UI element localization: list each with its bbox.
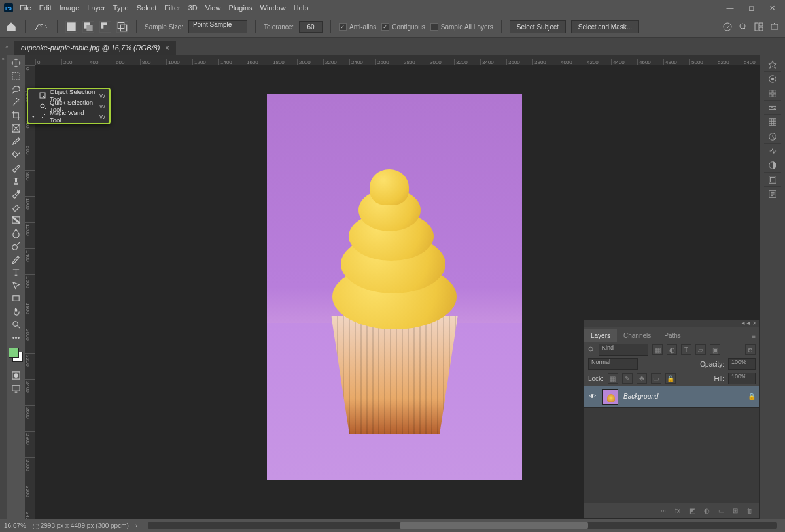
mode-new-icon[interactable] [65,21,77,33]
background-lock-icon[interactable]: 🔒 [748,393,756,400]
adjustments-panel-icon[interactable] [764,144,781,158]
mode-intersect-icon[interactable] [116,21,128,33]
menu-type[interactable]: Type [109,2,133,14]
menu-edit[interactable]: Edit [35,2,56,14]
tool-gradient[interactable] [8,213,24,226]
window-minimize[interactable]: — [721,2,739,14]
mode-add-icon[interactable] [82,21,94,33]
menu-plugins[interactable]: Plugins [224,2,256,14]
menu-filter[interactable]: Filter [160,2,184,14]
menu-layer[interactable]: Layer [83,2,109,14]
gradients-panel-icon[interactable] [764,101,781,115]
filter-type-icon[interactable]: T [681,344,691,355]
guide-panel-icon[interactable] [764,58,781,72]
tool-zoom[interactable] [8,318,24,331]
select-subject-button[interactable]: Select Subject [510,20,566,33]
tool-more[interactable] [8,331,24,344]
filter-pixel-icon[interactable]: ▦ [652,344,663,355]
tool-eyedropper[interactable] [8,135,24,148]
share-icon[interactable] [769,22,780,32]
lock-artboard-icon[interactable]: ▭ [651,373,661,384]
tool-crop[interactable] [8,108,24,122]
menu-file[interactable]: File [16,2,35,14]
tool-blur[interactable] [8,226,24,239]
mode-subtract-icon[interactable] [99,21,111,33]
contiguous-checkbox[interactable]: ✓Contiguous [381,23,425,31]
menu-image[interactable]: Image [56,2,84,14]
tool-history-brush[interactable] [8,187,24,200]
layer-footer-icon-5[interactable]: ⊞ [731,507,740,514]
panel-collapse-icon[interactable]: ◄◄ ✕ [741,320,757,327]
tool-type[interactable] [8,265,24,278]
menu-help[interactable]: Help [290,2,313,14]
home-icon[interactable] [5,21,17,33]
select-and-mask-button[interactable]: Select and Mask... [571,20,639,33]
toolbox-collapse-chevron-icon[interactable]: » [0,55,7,519]
panel-tab-paths[interactable]: Paths [657,329,688,342]
tool-lasso[interactable] [8,82,24,95]
tolerance-input[interactable] [299,21,323,33]
layer-name[interactable]: Background [623,393,742,400]
color-panel-icon[interactable] [764,72,781,86]
filter-shape-icon[interactable]: ▱ [695,344,706,355]
quickmask-icon[interactable] [8,369,24,382]
layer-footer-icon-1[interactable]: fx [673,507,682,514]
cloud-icon[interactable] [722,22,733,32]
swatches-panel-icon[interactable] [764,86,781,101]
workspace-icon[interactable] [754,22,764,32]
panel-tab-layers[interactable]: Layers [584,329,617,342]
tool-eraser[interactable] [8,200,24,213]
tool-hand[interactable] [8,305,24,318]
window-close[interactable]: ✕ [763,2,781,14]
horizontal-scrollbar[interactable] [148,522,777,529]
blend-mode-select[interactable]: Normal [588,358,638,370]
status-doc-info[interactable]: ⬚ 2993 px x 4489 px (300 ppcm) [33,522,129,529]
sampleall-checkbox[interactable]: Sample All Layers [430,23,493,31]
lock-position-icon[interactable]: ✥ [637,373,647,384]
styles-panel-icon[interactable] [764,158,781,173]
comments-panel-icon[interactable] [764,187,781,201]
layer-footer-icon-2[interactable]: ◩ [688,507,697,514]
tab-collapse-chevron-icon[interactable]: » [5,44,12,50]
tool-rectangle[interactable] [8,291,24,305]
tool-brush[interactable] [8,161,24,174]
info-panel-icon[interactable] [764,129,781,144]
panel-menu-icon[interactable]: ≡ [748,330,759,342]
layer-row-background[interactable]: 👁 Background 🔒 [584,386,759,408]
status-chevron-icon[interactable]: › [135,522,137,529]
document-tab[interactable]: cupcake-purple-table.jpg @ 16,7% (RGB/8)… [14,41,176,55]
search-icon[interactable] [738,22,748,32]
menu-3d[interactable]: 3D [184,2,201,14]
lock-all-icon[interactable]: 🔒 [665,373,676,384]
filter-toggle-icon[interactable]: ◘ [745,344,756,355]
close-tab-icon[interactable]: × [165,44,169,52]
tool-frame[interactable] [8,122,24,135]
layer-filter-kind[interactable]: Kind [599,344,648,356]
libraries-panel-icon[interactable] [764,173,781,187]
screenmode-icon[interactable] [8,382,24,395]
layer-footer-icon-6[interactable]: 🗑 [745,507,754,514]
status-zoom[interactable]: 16,67% [4,522,26,529]
tool-path-select[interactable] [8,278,24,291]
layer-footer-icon-3[interactable]: ◐ [702,507,711,514]
panel-tab-channels[interactable]: Channels [617,329,657,342]
antialias-checkbox[interactable]: ✓Anti-alias [339,23,376,31]
layer-footer-icon-4[interactable]: ▭ [716,507,725,514]
tool-stamp[interactable] [8,174,24,187]
layer-footer-icon-0[interactable]: ∞ [659,507,668,514]
menu-select[interactable]: Select [133,2,161,14]
fill-input[interactable]: 100% [728,373,756,384]
color-swatch[interactable] [9,348,23,362]
opacity-input[interactable]: 100% [728,358,756,370]
window-maximize[interactable]: ◻ [742,2,760,14]
lock-transparent-icon[interactable]: ▦ [608,373,618,384]
visibility-eye-icon[interactable]: 👁 [588,393,597,400]
tool-pen[interactable] [8,252,24,265]
active-tool-icon[interactable] [33,22,49,32]
tool-dodge[interactable] [8,239,24,252]
menu-window[interactable]: Window [256,2,290,14]
canvas-image[interactable] [267,94,522,480]
tool-healing[interactable] [8,148,24,161]
tool-wand[interactable] [8,95,24,108]
tool-move[interactable] [8,56,24,69]
